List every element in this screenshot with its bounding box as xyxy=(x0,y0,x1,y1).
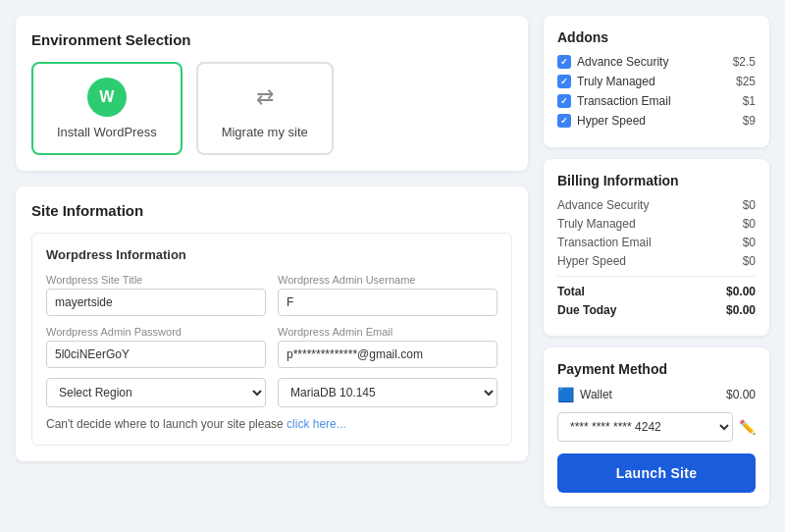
card-select-row: **** **** **** 4242 ✏️ xyxy=(557,412,756,442)
addon-hyper-speed: Hyper Speed $9 xyxy=(557,114,756,128)
site-title-label: Wordpress Site Title xyxy=(46,274,266,286)
billing-truly-managed: Truly Managed $0 xyxy=(557,217,756,231)
billing-hyper-speed-label: Hyper Speed xyxy=(557,254,626,268)
addon-advance-security: Advance Security $2.5 xyxy=(557,55,756,69)
billing-due-today-value: $0.00 xyxy=(726,303,756,317)
env-option-migrate[interactable]: ⇄ Migrate my site xyxy=(196,62,334,155)
addon-transaction-email-label: Transaction Email xyxy=(577,94,671,108)
site-title-input[interactable] xyxy=(46,289,266,316)
right-panel: Addons Advance Security $2.5 Truly Manag… xyxy=(544,16,769,506)
billing-advance-security-label: Advance Security xyxy=(557,198,649,212)
addon-advance-security-price: $2.5 xyxy=(733,55,756,69)
payment-method-section: Payment Method 🟦 Wallet $0.00 **** **** … xyxy=(544,347,769,506)
wallet-icon: 🟦 xyxy=(557,387,574,402)
billing-due-today-label: Due Today xyxy=(557,303,616,317)
admin-email-input[interactable] xyxy=(278,341,497,368)
billing-divider xyxy=(557,276,756,277)
billing-advance-security-price: $0 xyxy=(743,198,756,212)
migrate-icon: ⇄ xyxy=(245,78,285,117)
env-options: W Install WordPress ⇄ Migrate my site xyxy=(31,62,512,155)
environment-selection-section: Environment Selection W Install WordPres… xyxy=(16,16,528,171)
addon-transaction-email-price: $1 xyxy=(743,94,756,108)
db-select[interactable]: MariaDB 10.145 MySQL 8.0 PostgreSQL 14 xyxy=(278,378,497,407)
wordpress-sub-title: Worpdress Information xyxy=(46,247,497,262)
billing-title: Billing Information xyxy=(557,173,756,188)
addon-hyper-speed-label: Hyper Speed xyxy=(577,114,646,128)
addon-advance-security-label: Advance Security xyxy=(577,55,668,69)
wallet-row: 🟦 Wallet $0.00 xyxy=(557,387,756,402)
addon-hyper-speed-checkbox[interactable] xyxy=(557,114,571,128)
card-select[interactable]: **** **** **** 4242 xyxy=(557,412,733,442)
addon-hyper-speed-price: $9 xyxy=(743,114,756,128)
site-information-title: Site Information xyxy=(31,202,512,219)
addon-truly-managed-price: $25 xyxy=(736,75,756,88)
addons-title: Addons xyxy=(557,29,756,45)
admin-username-input[interactable] xyxy=(278,289,497,316)
environment-title: Environment Selection xyxy=(31,31,512,48)
billing-truly-managed-price: $0 xyxy=(743,217,756,231)
form-row-1: Wordpress Site Title Wordpress Admin Use… xyxy=(46,274,497,316)
wallet-label: Wallet xyxy=(580,388,612,401)
payment-method-title: Payment Method xyxy=(557,361,756,377)
addon-transaction-email-checkbox[interactable] xyxy=(557,94,571,108)
region-select-group: Select Region US East US West EU West As… xyxy=(46,378,266,407)
admin-email-group: Wordpress Admin Email xyxy=(278,326,497,368)
addon-transaction-email: Transaction Email $1 xyxy=(557,94,756,108)
billing-transaction-email-price: $0 xyxy=(743,236,756,249)
form-row-2: Wordpress Admin Password Wordpress Admin… xyxy=(46,326,497,368)
addons-section: Addons Advance Security $2.5 Truly Manag… xyxy=(544,16,769,147)
wallet-value: $0.00 xyxy=(726,388,756,401)
left-panel: Environment Selection W Install WordPres… xyxy=(16,16,528,506)
billing-total-label: Total xyxy=(557,285,585,298)
region-select[interactable]: Select Region US East US West EU West As… xyxy=(46,378,266,407)
admin-password-input[interactable] xyxy=(46,341,266,368)
site-title-group: Wordpress Site Title xyxy=(46,274,266,316)
site-information-section: Site Information Worpdress Information W… xyxy=(16,186,528,461)
launch-site-button[interactable]: Launch Site xyxy=(557,453,756,493)
billing-section: Billing Information Advance Security $0 … xyxy=(544,159,769,336)
db-select-group: MariaDB 10.145 MySQL 8.0 PostgreSQL 14 xyxy=(278,378,497,407)
wp-icon: W xyxy=(87,78,127,117)
wordpress-info-block: Worpdress Information Wordpress Site Tit… xyxy=(31,233,512,446)
admin-password-group: Wordpress Admin Password xyxy=(46,326,266,368)
addon-truly-managed-label: Truly Managed xyxy=(577,75,655,88)
admin-username-group: Wordpress Admin Username xyxy=(278,274,497,316)
admin-email-label: Wordpress Admin Email xyxy=(278,326,497,338)
cant-decide-text: Can't decide where to launch your site p… xyxy=(46,417,497,431)
billing-due-today: Due Today $0.00 xyxy=(557,303,756,317)
addon-truly-managed-checkbox[interactable] xyxy=(557,75,571,88)
cant-decide-link[interactable]: click here... xyxy=(287,417,346,431)
billing-total: Total $0.00 xyxy=(557,285,756,298)
billing-truly-managed-label: Truly Managed xyxy=(557,217,636,231)
admin-username-label: Wordpress Admin Username xyxy=(278,274,497,286)
env-option-migrate-label: Migrate my site xyxy=(222,125,308,139)
billing-transaction-email: Transaction Email $0 xyxy=(557,236,756,249)
billing-transaction-email-label: Transaction Email xyxy=(557,236,652,249)
billing-hyper-speed-price: $0 xyxy=(743,254,756,268)
env-option-install-wp[interactable]: W Install WordPress xyxy=(31,62,183,155)
addon-truly-managed: Truly Managed $25 xyxy=(557,75,756,88)
billing-total-value: $0.00 xyxy=(726,285,756,298)
addon-advance-security-checkbox[interactable] xyxy=(557,55,571,69)
billing-advance-security: Advance Security $0 xyxy=(557,198,756,212)
billing-hyper-speed: Hyper Speed $0 xyxy=(557,254,756,268)
edit-card-icon[interactable]: ✏️ xyxy=(739,419,756,435)
admin-password-label: Wordpress Admin Password xyxy=(46,326,266,338)
select-row: Select Region US East US West EU West As… xyxy=(46,378,497,407)
env-option-install-wp-label: Install WordPress xyxy=(57,125,157,139)
